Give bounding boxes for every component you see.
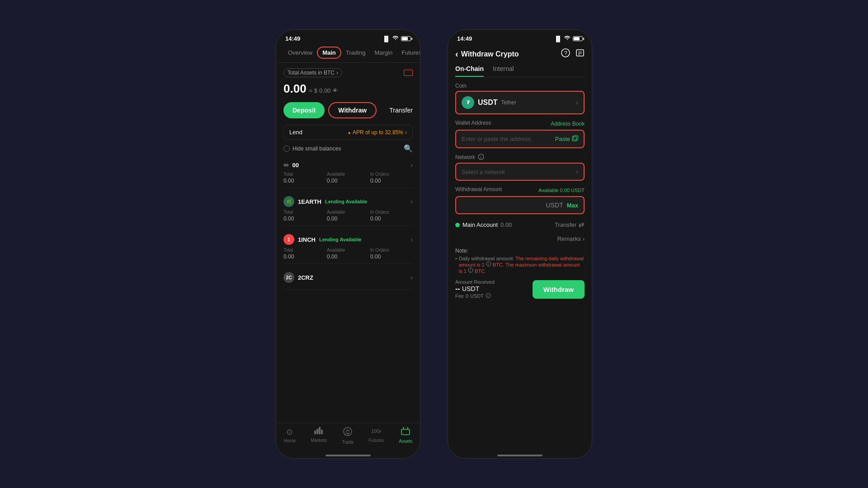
amount-input[interactable]: USDT Max (455, 196, 585, 214)
time-left: 14:49 (285, 35, 300, 42)
coin-row-2crz[interactable]: 2C 2CRZ › (283, 268, 413, 290)
svg-text:i: i (470, 269, 471, 272)
coin-row-1inch[interactable]: 1 1INCH Lending Available › Total Availa… (283, 230, 413, 264)
coin-icon-1inch: 1 (283, 234, 294, 245)
svg-rect-2 (319, 427, 321, 434)
chevron-right-icon: › (576, 99, 578, 106)
coin-selector[interactable]: ₮ USDT Tether › (455, 91, 585, 114)
address-book-link[interactable]: Address Book (551, 121, 585, 127)
tab-futures[interactable]: Futures (397, 47, 420, 59)
infinity-icon: ∞ (283, 161, 288, 169)
home-indicator-left (326, 455, 371, 456)
tab-on-chain[interactable]: On-Chain (455, 65, 484, 77)
status-icons-left: ▐▌ (382, 36, 411, 42)
question-icon[interactable]: ? (561, 48, 570, 60)
svg-rect-0 (314, 431, 316, 434)
coin-row-00[interactable]: ∞ 00 › Total Available In Orders 0.00 0.… (283, 157, 413, 188)
battery-icon (401, 36, 411, 41)
chevron-right-icon: › (583, 235, 585, 242)
paste-button[interactable]: Paste (555, 135, 578, 143)
chain-tabs: On-Chain Internal (448, 63, 592, 77)
lend-row[interactable]: Lend ⬥ APR of up to 32.85% › (283, 125, 413, 140)
svg-text:i: i (488, 294, 489, 297)
filter-row: Hide small balances 🔍 (283, 144, 413, 153)
eye-icon[interactable]: 👁 (332, 87, 338, 94)
received-left: Amount Received -- USDT Fee 0 USDT i (455, 279, 495, 299)
tab-main[interactable]: Main (317, 47, 341, 59)
fee-info-icon: i (486, 293, 491, 299)
transfer-button-right[interactable]: Transfer (555, 221, 585, 228)
svg-text:100x: 100x (371, 428, 381, 434)
nav-assets[interactable]: Assets (399, 427, 412, 445)
back-button[interactable]: ‹ Withdraw Crypto (455, 49, 519, 59)
withdraw-submit-button[interactable]: Withdraw (533, 280, 585, 299)
main-account-left: Main Account 0.00 (455, 221, 512, 228)
remarks-button[interactable]: Remarks › (557, 235, 585, 242)
header-icons: ? (561, 48, 585, 60)
battery-icon (573, 36, 583, 41)
left-phone: 14:49 ▐▌ Overview Main Trading Margin Fu… (276, 29, 420, 459)
mail-icon[interactable] (404, 70, 413, 76)
svg-text:i: i (488, 263, 489, 266)
signal-icon: ▐▌ (382, 36, 390, 42)
hide-small-balances[interactable]: Hide small balances (283, 145, 341, 152)
svg-rect-6 (401, 429, 410, 435)
deposit-button[interactable]: Deposit (283, 102, 325, 118)
fee-row: Fee 0 USDT i (455, 293, 495, 299)
tab-internal[interactable]: Internal (493, 65, 514, 77)
chevron-icon: › (410, 161, 413, 169)
svg-text:i: i (481, 155, 481, 160)
network-selector[interactable]: Select a network › (455, 163, 585, 181)
coin-icon-1earth: 🌿 (283, 196, 294, 207)
assets-icon (401, 427, 410, 437)
coin-name-00: ∞ 00 (283, 161, 299, 169)
tab-trading[interactable]: Trading (341, 47, 370, 59)
action-buttons: Deposit Withdraw Transfer (283, 102, 413, 118)
network-label-row: Network i (455, 154, 585, 161)
amount-received-section: Amount Received -- USDT Fee 0 USDT i Wit… (455, 279, 585, 299)
home-indicator-right (497, 455, 542, 456)
wallet-address-label: Wallet Address (455, 120, 491, 126)
time-right: 14:49 (457, 35, 472, 42)
coin-name-1inch: 1 1INCH Lending Available (283, 234, 361, 245)
network-placeholder: Select a network (462, 169, 505, 175)
wifi-icon (564, 36, 571, 42)
amount-label-row: Withdrawal Amount Available 0.00 USDT (455, 186, 585, 194)
nav-trade[interactable]: Trade (342, 427, 354, 445)
received-label: Amount Received (455, 279, 495, 285)
coin-name-1earth: 🌿 1EARTH Lending Available (283, 196, 367, 207)
address-input[interactable]: Enter or paste the address Paste (455, 130, 585, 148)
chevron-icon: › (410, 274, 413, 281)
withdrawal-amount-section: Withdrawal Amount Available 0.00 USDT US… (455, 186, 585, 214)
coin-selector-left: ₮ USDT Tether (462, 96, 516, 109)
search-icon[interactable]: 🔍 (404, 144, 413, 153)
wifi-icon (392, 36, 399, 42)
coin-stats-1earth: Total Available In Orders 0.00 0.00 0.00 (283, 210, 413, 222)
nav-futures[interactable]: 100x Futures (368, 427, 384, 445)
fee-label: Fee (455, 293, 464, 299)
transfer-button[interactable]: Transfer (380, 102, 420, 118)
coin-row-1earth[interactable]: 🌿 1EARTH Lending Available › Total Avail… (283, 192, 413, 226)
max-button[interactable]: Max (567, 202, 578, 209)
status-icons-right: ▐▌ (554, 36, 583, 42)
main-content-left: Total Assets in BTC › 0.00 = $ 0.00 👁 De… (276, 63, 420, 423)
history-icon[interactable] (576, 48, 585, 60)
tab-overview[interactable]: Overview (283, 47, 317, 59)
chevron-icon: › (410, 236, 413, 243)
nav-markets[interactable]: Markets (311, 427, 327, 445)
coin-stats-1inch: Total Available In Orders 0.00 0.00 0.00 (283, 248, 413, 260)
received-amount-row: -- USDT (455, 285, 495, 293)
withdraw-button[interactable]: Withdraw (328, 102, 377, 118)
nav-home[interactable]: ⊙ Home (284, 427, 296, 445)
usdt-icon: ₮ (462, 96, 474, 109)
markets-icon (314, 427, 323, 436)
home-icon: ⊙ (286, 427, 293, 437)
received-amount: -- (455, 285, 460, 292)
received-currency: USDT (462, 285, 479, 292)
tab-margin[interactable]: Margin (370, 47, 397, 59)
chevron-right-icon: › (336, 70, 338, 76)
note-section: Note: • Daily withdrawal amount: The rem… (455, 248, 585, 274)
balance-amount: 0.00 (283, 82, 307, 96)
paste-icon (572, 135, 578, 143)
remarks-row: Remarks › (455, 235, 585, 242)
